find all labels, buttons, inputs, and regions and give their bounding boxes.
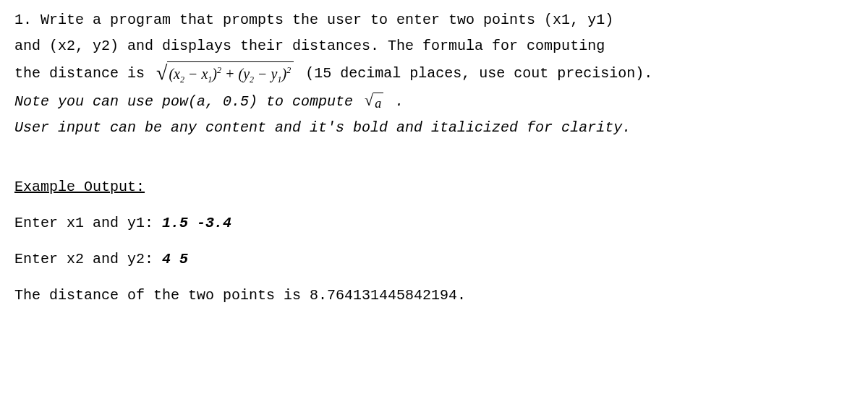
prompt1-text: Enter x1 and y1: <box>14 215 162 231</box>
radical: √ (x2 − x1)2 + (y2 − y1)2 <box>156 61 294 87</box>
note-suffix: . <box>395 93 404 110</box>
radical-sign-icon: √ <box>156 63 167 83</box>
input2-text: 4 5 <box>162 251 188 267</box>
user-input-note: User input can be any content and it's b… <box>14 116 854 140</box>
example-result: The distance of the two points is 8.7641… <box>14 284 854 307</box>
note-line: Note you can use pow(a, 0.5) to compute … <box>14 90 854 113</box>
prompt2-text: Enter x2 and y2: <box>14 251 162 267</box>
small-radicand: a <box>373 93 383 114</box>
input1-text: 1.5 -3.4 <box>162 215 231 231</box>
line2-suffix: (15 decimal places, use cout precision). <box>305 65 652 82</box>
radicand: (x2 − x1)2 + (y2 − y1)2 <box>167 61 294 87</box>
line2-prefix: the distance is <box>14 65 153 82</box>
example-prompt-2: Enter x2 and y2: 4 5 <box>14 248 854 271</box>
problem-line-1a: 1. Write a program that prompts the user… <box>14 9 854 32</box>
sqrt-a-formula: √ a <box>365 90 383 113</box>
example-prompt-1: Enter x1 and y1: 1.5 -3.4 <box>14 212 854 235</box>
radical-sign-icon: √ <box>365 93 373 108</box>
note-prefix: Note you can use pow(a, 0.5) to compute <box>14 93 362 110</box>
problem-line-1b: and (x2, y2) and displays their distance… <box>14 35 854 58</box>
small-radical: √ a <box>365 93 383 114</box>
distance-formula: √ (x2 − x1)2 + (y2 − y1)2 <box>156 61 294 87</box>
example-heading: Example Output: <box>14 176 854 199</box>
problem-line-2: the distance is √ (x2 − x1)2 + (y2 − y1)… <box>14 61 854 87</box>
